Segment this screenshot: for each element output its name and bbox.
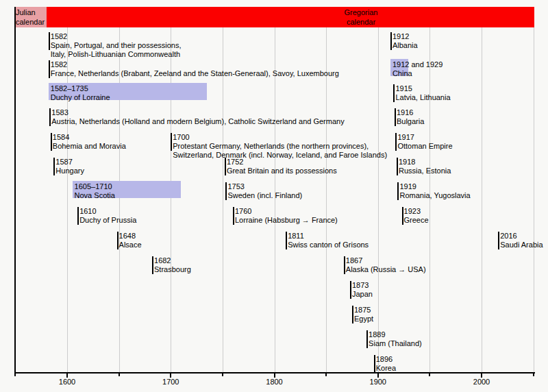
gridline [482,27,482,372]
entry-text: 1760Lorraine (Habsburg → France) [235,207,338,225]
entry-text: 1605–1710Nova Scotia [75,182,115,200]
entry-tick [53,158,55,175]
entry-text: 1583Austria, Netherlands (Holland and mo… [51,108,344,126]
entry-tick [49,108,51,126]
entry-year: 1918 [399,158,451,167]
entry-tick [171,133,172,151]
entry-countries: Alsace [119,241,142,249]
entry-text: 1875Egypt [354,306,373,323]
entry-tick [395,133,397,151]
entry-year: 1867 [346,256,426,265]
entry-year: 1919 [399,182,470,191]
x-axis-minor-tick [429,373,430,376]
entry-countries: France, Netherlands (Brabant, Zeeland an… [51,69,339,78]
entry-text: 1753Sweden (incl. Finland) [227,182,302,200]
entry-tick [49,32,50,50]
entry-year: 1583 [51,108,344,117]
gridline [223,27,223,372]
entry-year: 1760 [235,207,338,216]
entry-year: 1889 [369,330,422,339]
entry-text: 1919Romania, Yugoslavia [399,182,470,200]
entry-year: 1610 [79,207,136,216]
entry-countries: China [393,69,443,78]
entry-text: 1917Ottoman Empire [397,133,452,151]
x-axis-label: 2000 [473,378,490,386]
entry-year: 1915 [395,84,450,93]
entry-year: 1582 [51,32,182,41]
gridline [534,27,534,372]
entry-countries: Bulgaria [397,117,424,126]
entry-text: 1923Greece [404,207,429,225]
entry-tick [225,182,227,200]
timeline-chart: Julian calendar Gregorian calendar 1582S… [0,0,548,392]
entry-text: 1873Japan [352,281,373,299]
entry-year: 1912 [393,32,418,41]
entry-countries: Japan [352,290,373,299]
julian-calendar-label: Julian calendar [16,8,45,27]
entry-text: 1582Spain, Portugal, and their possessio… [51,32,182,59]
entry-year: 1896 [376,355,396,364]
entry-tick [498,232,499,249]
entry-year: 1912 and 1929 [393,60,443,69]
x-axis-minor-tick [533,373,534,376]
entry-tick [366,330,368,348]
entry-text: 1912Albania [393,32,418,50]
gridline [67,27,68,372]
entry-text: 1682Strasbourg [154,256,191,274]
entry-tick [152,256,153,274]
entry-countries: Strasbourg [154,265,191,274]
entry-tick [77,207,79,225]
gregorian-period-bar: Gregorian calendar [47,7,534,27]
entry-countries: Lorraine (Habsburg → France) [235,216,338,225]
entry-countries: Egypt [354,315,373,323]
gridline [171,27,171,372]
entry-countries: Nova Scotia [75,191,115,200]
entry-year: 1700 [173,133,387,142]
entry-tick [49,60,50,78]
entry-countries: Alaska (Russia → USA) [346,265,426,274]
entry-tick [286,232,287,249]
entry-text: 1889Siam (Thailand) [369,330,422,348]
entry-tick [117,232,119,249]
entry-tick [350,281,351,299]
entry-countries: Austria, Netherlands (Holland and modern… [51,117,344,126]
entry-countries: Duchy of Lorraine [51,93,110,102]
entry-tick [225,158,226,175]
entry-text: 1915Latvia, Lithuania [395,84,450,102]
entry-tick [51,133,52,151]
x-axis-label: 1900 [370,378,386,386]
entry-text: 1582France, Netherlands (Brabant, Zeelan… [51,60,339,78]
entry-countries: Spain, Portugal, and their possessions, [51,41,182,50]
entry-tick [397,158,398,175]
entry-text: 1811Swiss canton of Grisons [288,232,369,249]
entry-year: 1584 [53,133,126,142]
entry-countries: Ottoman Empire [397,142,452,151]
entry-tick [402,207,403,225]
x-axis-minor-tick [119,373,120,376]
entry-text: 1582–1735Duchy of Lorraine [51,84,110,102]
entry-year: 1917 [397,133,452,142]
entry-year: 1923 [404,207,429,216]
left-frame-line [14,7,16,373]
entry-year: 1873 [352,281,373,290]
gregorian-calendar-label: Gregorian calendar [306,8,416,27]
entry-text: 1752Great Britain and its possessions [227,158,337,175]
x-axis-label: 1800 [266,378,282,386]
entry-text: 1916Bulgaria [397,108,424,126]
entry-countries: Great Britain and its possessions [227,167,337,175]
entry-countries: Protestant Germany, Netherlands (the nor… [173,142,387,151]
entry-text: 1896Korea [376,355,396,373]
entry-countries: Saudi Arabia [500,241,543,249]
entry-tick [374,355,375,373]
entry-countries: Bohemia and Moravia [53,142,126,151]
entry-tick [233,207,234,225]
entry-text: 1584Bohemia and Moravia [53,133,126,151]
entry-tick [352,306,353,323]
entry-countries: Albania [393,41,418,50]
gridline [119,27,120,372]
entry-text: 1648Alsace [119,232,142,249]
entry-countries: Duchy of Prussia [79,216,136,225]
x-axis-label: 1600 [59,378,75,386]
entry-tick [344,256,345,274]
entry-text: 1918Russia, Estonia [399,158,451,175]
